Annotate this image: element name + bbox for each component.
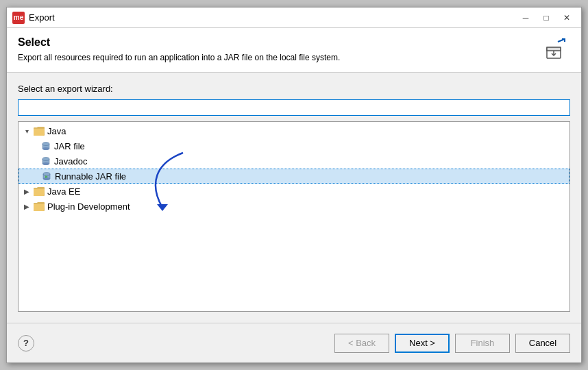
folder-icon-java bbox=[34, 126, 45, 136]
runnable-jar-icon bbox=[41, 171, 52, 182]
tree-item-runnable-jar-label: Runnable JAR file bbox=[55, 171, 126, 182]
export-dialog: me Export ─ □ ✕ Select Export all resour… bbox=[6, 7, 582, 363]
svg-point-18 bbox=[43, 177, 50, 180]
cancel-button[interactable]: Cancel bbox=[515, 334, 570, 353]
dialog-header: Select Export all resources required to … bbox=[7, 28, 581, 73]
tree-item-javadoc[interactable]: Javadoc bbox=[19, 153, 569, 169]
export-icon-svg bbox=[544, 38, 569, 62]
back-button[interactable]: < Back bbox=[334, 334, 389, 353]
javadoc-icon bbox=[40, 156, 51, 166]
tree-group-plugin[interactable]: ▶ Plug-in Development bbox=[19, 199, 569, 214]
finish-button[interactable]: Finish bbox=[455, 334, 510, 353]
tree-item-javadoc-label: Javadoc bbox=[54, 156, 87, 166]
tree-item-runnable-jar[interactable]: Runnable JAR file bbox=[19, 169, 569, 184]
next-button[interactable]: Next > bbox=[395, 334, 450, 353]
tree-group-java-ee-label: Java EE bbox=[47, 186, 80, 197]
search-input[interactable] bbox=[18, 99, 570, 116]
svg-point-6 bbox=[42, 147, 49, 150]
tree-group-java-ee[interactable]: ▶ Java EE bbox=[19, 184, 569, 199]
footer-left: ? bbox=[18, 335, 34, 352]
tree-item-jar-file[interactable]: JAR file bbox=[19, 138, 569, 153]
title-bar: me Export ─ □ ✕ bbox=[7, 8, 581, 28]
dialog-body: Select an export wizard: ▾ Java bbox=[7, 73, 581, 323]
tree-item-jar-file-label: JAR file bbox=[54, 141, 85, 151]
filter-label: Select an export wizard: bbox=[18, 84, 570, 94]
expand-icon-java: ▾ bbox=[21, 125, 32, 136]
help-button[interactable]: ? bbox=[18, 335, 34, 352]
dialog-footer: ? < Back Next > Finish Cancel bbox=[7, 323, 581, 362]
app-icon: me bbox=[12, 12, 25, 24]
svg-point-12 bbox=[42, 162, 49, 165]
dialog-title: Export bbox=[29, 12, 55, 23]
footer-right: < Back Next > Finish Cancel bbox=[334, 334, 570, 353]
tree-scroll[interactable]: ▾ Java bbox=[19, 122, 569, 311]
expand-icon-java-ee: ▶ bbox=[21, 186, 32, 197]
folder-icon-plugin bbox=[34, 201, 45, 211]
expand-icon-plugin: ▶ bbox=[21, 201, 32, 212]
maximize-button[interactable]: □ bbox=[537, 11, 555, 25]
header-icon bbox=[543, 36, 570, 64]
folder-icon-java-ee bbox=[34, 186, 45, 196]
jar-icon bbox=[40, 140, 51, 151]
header-title: Select bbox=[18, 36, 543, 49]
title-bar-left: me Export bbox=[12, 12, 55, 24]
close-button[interactable]: ✕ bbox=[558, 11, 576, 25]
svg-rect-1 bbox=[547, 47, 561, 51]
tree-group-plugin-label: Plug-in Development bbox=[47, 201, 130, 212]
tree-group-java[interactable]: ▾ Java bbox=[19, 123, 569, 138]
minimize-button[interactable]: ─ bbox=[517, 11, 535, 25]
tree-group-java-label: Java bbox=[47, 126, 66, 136]
title-bar-controls: ─ □ ✕ bbox=[517, 11, 576, 25]
tree-container: ▾ Java bbox=[18, 121, 570, 312]
header-description: Export all resources required to run an … bbox=[18, 53, 543, 62]
header-content: Select Export all resources required to … bbox=[18, 36, 543, 62]
